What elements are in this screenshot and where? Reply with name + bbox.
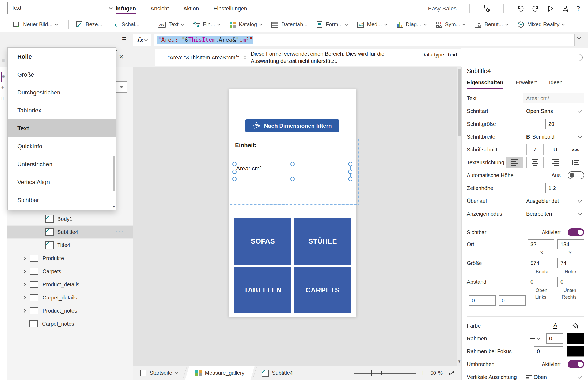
padding-top-input[interactable]: 0 [528,277,554,287]
resize-handle-w[interactable] [232,170,237,174]
tree-item-carpet-details[interactable]: Carpet_details [7,291,133,304]
tree-item-subtitle4[interactable]: Subtitle4 ··· [7,225,133,238]
ribbon-text[interactable]: Abc Text [158,21,184,28]
scrollbar-thumb[interactable] [113,156,115,191]
redo-icon[interactable] [532,5,540,13]
rail-icon-top[interactable]: ≣ [1,58,5,63]
tree-item-product-details[interactable]: Product_details [7,278,133,291]
ribbon-icons[interactable]: Sym... [435,21,465,28]
resize-handle-se[interactable] [348,177,352,181]
text-value-field[interactable]: Area: cm² [523,93,584,103]
chevron-right-icon[interactable] [22,309,26,313]
align-left-button[interactable] [506,157,523,168]
tree-item-carpets[interactable]: Carpets [7,265,133,278]
visible-toggle[interactable] [568,228,584,236]
resize-handle-s[interactable] [290,177,295,181]
dropdown-option-sichtbar[interactable]: Sichtbar [8,191,116,209]
zoom-out-button[interactable]: − [344,369,348,377]
auto-height-toggle[interactable] [568,171,584,179]
tree-item-product-notes[interactable]: Product_notes [7,304,133,317]
position-y-input[interactable]: 134 [557,239,584,249]
tab-erweitert[interactable]: Erweitert [516,79,537,89]
rail-insert-icon[interactable]: + [1,85,4,90]
italic-button[interactable]: / [526,144,544,155]
font-size-input[interactable]: 20 [545,119,584,129]
ribbon-mixed-reality[interactable]: Mixed Reality [517,21,564,28]
tree-filter-button[interactable] [116,81,127,93]
scroll-down-icon[interactable]: ▼ [112,204,116,208]
resize-handle-nw[interactable] [232,162,237,166]
zoom-in-button[interactable]: + [421,369,425,377]
overflow-dropdown[interactable]: Ausgeblendet [523,196,584,206]
chevron-right-icon[interactable] [22,256,26,260]
breadcrumb-startseite[interactable]: Startseite [133,366,185,380]
tile-stuehle[interactable]: STÜHLE [294,218,351,265]
tree-item-body1[interactable]: Body1 [7,212,133,225]
tree-item-carpet-notes[interactable]: Carpet_notes [7,317,133,330]
vertical-align-dropdown[interactable]: Oben [523,372,584,380]
dropdown-option-rolle[interactable]: Rolle [8,48,116,66]
ribbon-label[interactable]: Beze... [76,21,102,28]
app-screen-preview[interactable]: Nach Dimensionen filtern Einheit: Area: … [229,89,356,317]
tile-sofas[interactable]: SOFAS [234,218,291,265]
dropdown-option-unterstrichen[interactable]: Unterstrichen [8,155,116,173]
app-checker-icon[interactable] [483,5,491,13]
menu-einstellungen[interactable]: Einstellungen [213,2,248,16]
chevron-right-icon[interactable] [22,295,26,300]
font-weight-dropdown[interactable]: BSemibold [523,132,584,142]
align-center-button[interactable] [526,157,544,168]
align-right-button[interactable] [547,157,564,168]
rail-tree-icon[interactable]: ▦ [1,73,5,78]
resize-handle-n[interactable] [290,162,295,166]
strikethrough-button[interactable]: abc [567,144,584,155]
item-more-menu[interactable]: ··· [115,228,124,235]
chevron-right-icon[interactable] [22,282,26,287]
ribbon-gallery[interactable]: Katalog [229,21,262,28]
size-width-input[interactable]: 574 [528,258,554,268]
property-selector[interactable]: Text [7,2,116,14]
dropdown-option-quickinfo[interactable]: QuickInfo [8,137,116,155]
ribbon-datatable[interactable]: Datentab... [271,21,308,28]
resize-handle-e[interactable] [348,170,352,174]
canvas-scrollbar[interactable]: ▼ [457,67,461,366]
align-justify-button[interactable] [567,157,584,168]
ribbon-custom[interactable]: Benut... [474,21,508,28]
filter-dimensions-button[interactable]: Nach Dimensionen filtern [245,119,339,132]
fullscreen-icon[interactable] [448,370,455,377]
selected-text-control[interactable]: Area: cm² [234,164,351,179]
dropdown-option-tabindex[interactable]: TabIndex [8,101,116,119]
ribbon-charts[interactable]: Diag... [396,21,426,28]
tree-item-title4[interactable]: Title4 [7,238,133,252]
menu-ansicht[interactable]: Ansicht [150,2,169,16]
font-dropdown[interactable]: Open Sans [523,106,584,116]
zoom-slider-thumb[interactable] [371,370,372,376]
fill-color-button[interactable] [567,320,584,331]
border-style-dropdown[interactable] [526,333,543,344]
wrap-toggle[interactable] [568,360,584,368]
undo-icon[interactable] [517,5,525,13]
breadcrumb-subtitle4[interactable]: Subtitle4 [255,366,300,380]
ribbon-forms[interactable]: Form... [317,21,348,28]
position-x-input[interactable]: 32 [528,239,554,249]
dropdown-option-durchgestrichen[interactable]: Durchgestrichen [8,83,116,101]
tile-tabellen[interactable]: TABELLEN [234,267,291,313]
resize-handle-sw[interactable] [232,177,237,181]
breadcrumb-measure-gallery[interactable]: Measure_gallery [185,366,255,380]
font-color-button[interactable]: A [547,320,564,331]
rail-data-icon[interactable]: ◫ [1,95,5,100]
resize-handle-ne[interactable] [348,162,352,166]
share-user-icon[interactable] [562,5,570,13]
display-mode-dropdown[interactable]: Bearbeiten [523,209,584,219]
tab-ideen[interactable]: Ideen [549,79,563,89]
padding-bottom-input[interactable]: 0 [557,277,584,287]
dropdown-scrollbar[interactable]: ▼ [112,49,115,208]
dropdown-option-text[interactable]: Text [8,119,116,137]
warning-close-icon[interactable]: ✕ [119,54,124,60]
ribbon-input[interactable]: Ein... [193,21,220,28]
formula-bar-collapse-icon[interactable] [577,35,581,40]
underline-button[interactable]: U [547,144,564,155]
focus-border-width-input[interactable]: 0 [534,346,563,356]
dropdown-option-verticalalign[interactable]: VerticalAlign [8,173,116,191]
zoom-slider[interactable] [354,373,416,374]
padding-left-input[interactable]: 0 [469,295,496,306]
